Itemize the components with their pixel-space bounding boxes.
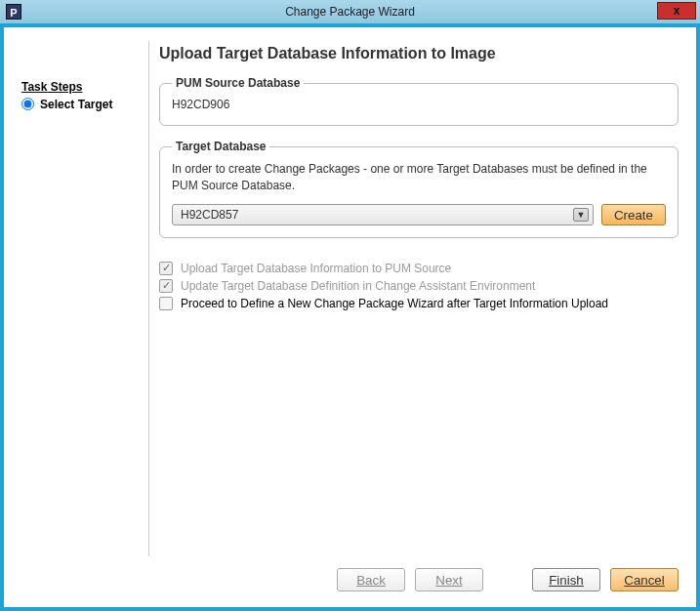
- option-upload-target-info: Upload Target Database Information to PU…: [159, 262, 679, 275]
- page-title: Upload Target Database Information to Im…: [159, 45, 679, 62]
- pum-source-value: H92CD906: [172, 96, 666, 113]
- option-label: Update Target Database Definition in Cha…: [181, 279, 535, 293]
- close-button[interactable]: x: [657, 2, 696, 20]
- back-button: Back: [337, 568, 405, 591]
- options-list: Upload Target Database Information to PU…: [159, 258, 679, 314]
- option-label: Proceed to Define a New Change Package W…: [181, 297, 608, 310]
- checkbox-icon: [159, 279, 173, 293]
- step-label: Select Target: [40, 98, 112, 111]
- task-steps-sidebar: Task Steps Select Target: [21, 41, 148, 556]
- create-button[interactable]: Create: [601, 204, 666, 225]
- option-proceed-new-package[interactable]: Proceed to Define a New Change Package W…: [159, 297, 679, 310]
- target-database-legend: Target Database: [172, 140, 269, 153]
- checkbox-icon: [159, 262, 173, 275]
- target-database-description: In order to create Change Packages - one…: [172, 161, 666, 194]
- target-database-group: Target Database In order to create Chang…: [159, 140, 679, 238]
- chevron-down-icon: ▼: [573, 208, 589, 222]
- pum-source-legend: PUM Source Database: [172, 76, 304, 90]
- title-bar: P Change Package Wizard x: [0, 0, 700, 23]
- finish-button[interactable]: Finish: [532, 568, 600, 591]
- wizard-frame: Task Steps Select Target Upload Target D…: [4, 27, 696, 607]
- target-database-selected: H92CD857: [181, 208, 238, 222]
- option-update-definition: Update Target Database Definition in Cha…: [159, 279, 679, 293]
- checkbox-icon[interactable]: [159, 297, 173, 310]
- task-steps-heading: Task Steps: [21, 80, 148, 94]
- window-title: Change Package Wizard: [0, 5, 700, 19]
- target-database-select[interactable]: H92CD857 ▼: [172, 204, 594, 225]
- next-button: Next: [415, 568, 483, 591]
- cancel-button[interactable]: Cancel: [610, 568, 679, 591]
- option-label: Upload Target Database Information to PU…: [181, 262, 451, 275]
- step-select-target[interactable]: Select Target: [21, 96, 148, 112]
- wizard-footer: Back Next Finish Cancel: [21, 556, 679, 591]
- divider: [148, 41, 149, 556]
- step-radio-select-target[interactable]: [21, 98, 34, 110]
- main-content: Upload Target Database Information to Im…: [159, 41, 679, 556]
- pum-source-group: PUM Source Database H92CD906: [159, 76, 679, 126]
